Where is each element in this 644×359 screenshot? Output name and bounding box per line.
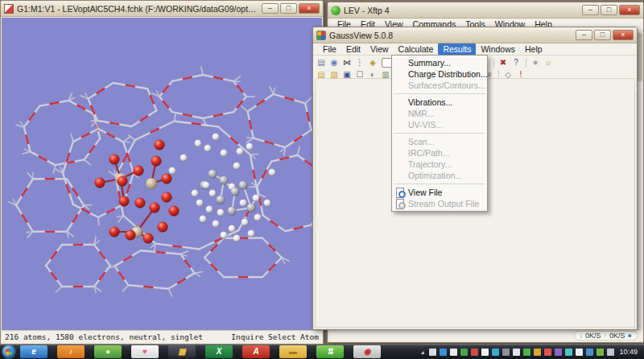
xftp-minimize-button[interactable]: –: [582, 5, 599, 15]
molecule-maximize-button[interactable]: □: [280, 3, 297, 14]
xftp-titlebar[interactable]: LEV - Xftp 4 – □ ×: [328, 2, 643, 19]
taskbar-gaussview-icon[interactable]: ◉: [353, 345, 381, 358]
tray-icon[interactable]: [565, 349, 572, 356]
results-menu-item: Trajectory...: [392, 159, 487, 170]
molecule-minimize-button[interactable]: –: [262, 3, 279, 14]
menu-item-icon: [394, 159, 406, 169]
desktop: LEV - Xftp 4 – □ × FileEditViewCommandsT…: [0, 0, 644, 359]
gaussview-menu-item[interactable]: View: [365, 43, 394, 55]
taskbar-messenger-icon[interactable]: ●: [94, 345, 122, 358]
download-arrow-icon: ↓: [580, 332, 584, 340]
xftp-statusbar: ↓ 0K/S ↑ 0K/S ●: [328, 329, 642, 341]
xftp-transfer-speeds: ↓ 0K/S ↑ 0K/S ●: [574, 331, 638, 340]
taskbar-pink-app-icon[interactable]: ♥: [131, 345, 159, 358]
delete-atom-icon[interactable]: ✖: [497, 57, 510, 68]
upload-arrow-icon: ↑: [604, 332, 608, 340]
tray-icon[interactable]: [513, 349, 520, 356]
tray-icon[interactable]: [471, 349, 478, 356]
tray-icon[interactable]: [607, 349, 614, 356]
results-menu-item[interactable]: Summary...: [392, 57, 487, 68]
gaussview-close-button[interactable]: ×: [613, 30, 634, 40]
taskbar-clock[interactable]: 10:49: [614, 348, 644, 356]
taskbar: e♪●♥▦XA▬⇅◉ ▴ 10:49: [0, 345, 644, 359]
tray-icon[interactable]: [534, 349, 541, 356]
stream-output-file-icon: [394, 199, 406, 208]
menu-item-icon: [394, 148, 406, 158]
center-icon[interactable]: ∗: [529, 57, 542, 68]
toolbar-icon[interactable]: [522, 58, 526, 68]
gaussview-menu-item[interactable]: Help: [520, 43, 547, 55]
results-menu: Summary... Charge Distribution... Surfac…: [391, 55, 488, 212]
gaussview-maximize-button[interactable]: □: [594, 30, 611, 40]
molecule-window: G1:M1:V1 - LEVoptAlC5CH4.fchk (F:/WORKIN…: [0, 0, 324, 345]
gaussview-menu-item[interactable]: Windows: [476, 43, 520, 55]
gaussview-menubar: FileEditViewCalculateResultsWindowsHelp: [313, 43, 637, 56]
tray-icon[interactable]: [523, 349, 530, 356]
taskbar-music-app-icon[interactable]: ♪: [57, 345, 85, 358]
gaussview-menu-item[interactable]: File: [318, 43, 341, 55]
gaussview-logo-icon: [316, 31, 326, 40]
add-fragment-icon[interactable]: ⋈: [341, 57, 353, 68]
tray-icon[interactable]: [544, 349, 551, 356]
menu-item-icon: [394, 97, 406, 107]
download-speed: 0K/S: [585, 332, 601, 340]
tray-icon[interactable]: [450, 349, 457, 356]
results-menu-item: Stream Output File: [392, 198, 487, 209]
gaussview-menu-item[interactable]: Edit: [341, 43, 365, 55]
results-menu-item[interactable]: [394, 133, 485, 134]
results-menu-item[interactable]: [394, 184, 485, 184]
taskbar-folder-icon[interactable]: ▬: [279, 345, 307, 358]
xftp-close-button[interactable]: ×: [619, 5, 640, 15]
inquire-icon[interactable]: ?: [510, 57, 522, 68]
view-file-icon: [394, 188, 406, 197]
fragment-cursor-icon[interactable]: ⋮: [353, 57, 366, 68]
molecule-window-title: G1:M1:V1 - LEVoptAlC5CH4.fchk (F:/WORKIN…: [17, 4, 258, 14]
menu-item-icon: [394, 109, 406, 118]
tray-icon[interactable]: [597, 349, 604, 356]
system-tray: ▴: [419, 349, 614, 356]
menu-item-icon: [394, 58, 406, 68]
taskbar-excel-icon[interactable]: X: [205, 345, 233, 358]
molecule-3d-viewport[interactable]: [2, 18, 322, 331]
gaussview-menu-item[interactable]: Calculate: [394, 43, 439, 55]
new-model-group-icon[interactable]: ▤: [315, 57, 328, 68]
taskbar-pdf-icon[interactable]: A: [242, 345, 270, 358]
taskbar-media-app-icon[interactable]: ▦: [168, 345, 196, 358]
clean-structure-icon[interactable]: ☼: [542, 57, 555, 68]
tray-icon[interactable]: [502, 349, 510, 356]
windows-logo-icon: [6, 349, 13, 356]
molecule-statusbar: 216 atoms, 1580 electrons, neutral, sing…: [2, 330, 322, 343]
results-menu-item: Scan...: [392, 136, 487, 147]
tray-icon[interactable]: [481, 349, 489, 356]
tray-icon[interactable]: [555, 349, 562, 356]
gaussview-minimize-button[interactable]: –: [576, 30, 592, 40]
menu-item-icon: [394, 80, 406, 90]
molecule-titlebar[interactable]: G1:M1:V1 - LEVoptAlC5CH4.fchk (F:/WORKIN…: [1, 1, 323, 17]
molecule-info-text: 216 atoms, 1580 electrons, neutral, sing…: [5, 332, 203, 341]
results-menu-item[interactable]: View File: [392, 187, 487, 198]
results-menu-item[interactable]: Charge Distribution...: [392, 68, 487, 80]
taskbar-xftp-icon[interactable]: ⇅: [316, 345, 344, 358]
tray-icon[interactable]: [586, 349, 593, 356]
taskbar-browser-icon[interactable]: e: [20, 345, 47, 358]
connection-status-icon: ●: [628, 332, 632, 340]
molecule-close-button[interactable]: ×: [299, 3, 320, 14]
tray-icon[interactable]: [492, 349, 499, 356]
tray-icon[interactable]: [460, 349, 468, 356]
start-button[interactable]: [2, 345, 15, 358]
tray-icon[interactable]: [440, 349, 447, 356]
xftp-maximize-button[interactable]: □: [601, 5, 617, 15]
toolbar-icon[interactable]: [490, 58, 494, 68]
gaussview-titlebar[interactable]: GaussView 5.0.8 – □ ×: [313, 27, 637, 43]
tray-expand-icon[interactable]: ▴: [419, 349, 426, 356]
element-fragment-icon[interactable]: ◈: [366, 57, 379, 68]
results-menu-item[interactable]: [394, 93, 485, 94]
tray-icon[interactable]: [429, 349, 436, 356]
results-menu-item: Surfaces/Contours...: [392, 80, 487, 91]
gaussview-menu-item[interactable]: Results: [438, 43, 476, 55]
active-view-icon[interactable]: ◉: [328, 57, 341, 68]
results-menu-item[interactable]: Vibrations...: [392, 97, 487, 108]
tray-icon[interactable]: [576, 349, 583, 356]
menu-item-icon: [394, 120, 406, 130]
mouse-mode-text: Inquire Select Atom: [231, 332, 319, 341]
